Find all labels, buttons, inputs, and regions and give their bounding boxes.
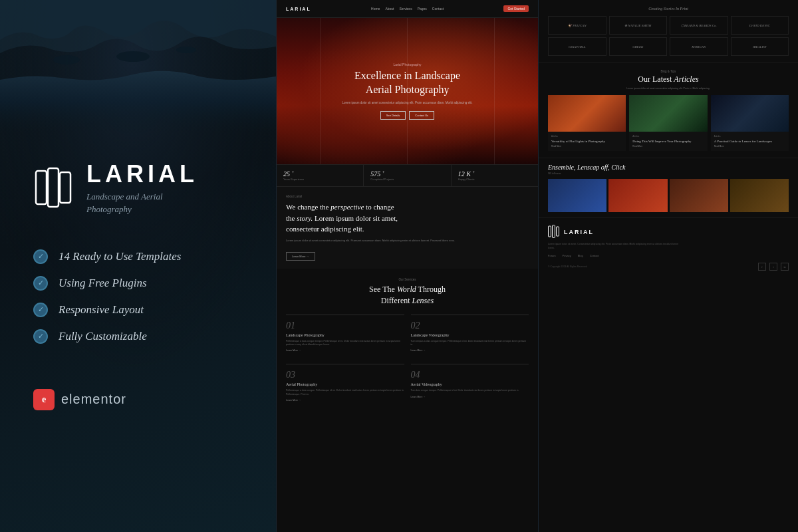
service-num-2: 02 [411, 321, 529, 331]
article-card-2: Articles Doing This Will Improve Your Ph… [629, 95, 707, 151]
svg-rect-5 [60, 172, 70, 203]
social-img-3 [670, 179, 728, 212]
check-icon-1 [33, 249, 48, 264]
social-img-4 [730, 179, 789, 212]
article-link-1[interactable]: Read More [551, 145, 622, 148]
article-link-2[interactable]: Read More [632, 145, 704, 148]
brand-greek: GREEK [609, 37, 668, 56]
right-panel: Creating Stories In Print 🦅 PELICAN ⊕ NA… [539, 0, 798, 532]
logo-text: LARIAL Landscape and AerialPhotography [86, 162, 198, 216]
hero-title: Excellence in LandscapeAerial Photograph… [342, 69, 472, 97]
services-grid: 01 Landscape Photography Pellentesque a … [286, 315, 529, 407]
footer-instagram-icon[interactable]: in [781, 263, 789, 271]
social-grid [548, 179, 789, 212]
service-link-2[interactable]: Learn More → [411, 349, 529, 352]
article-content-3: Articles A Practical Guide to Lenses for… [711, 132, 789, 151]
center-panel: LARIAL Home About Services Pages Contact… [276, 0, 539, 532]
svg-point-2 [53, 55, 80, 65]
features-list: 14 Ready to Use Templates Using Free Plu… [33, 249, 243, 356]
hero-btn-contact[interactable]: Contact Us [409, 111, 434, 120]
footer-copyright: © Copyright 2023 All Rights Reserved [548, 265, 587, 268]
social-section: Ensemble, Lenscap off, Click 965 followe… [539, 158, 798, 217]
footer-link-blog[interactable]: Blog [578, 254, 583, 257]
brand-morgan: MORGAN [670, 37, 728, 56]
footer-facebook-icon[interactable]: f [758, 263, 766, 271]
service-desc-1: Pellentesque a duis congue tempor. Pelle… [286, 340, 404, 347]
site-nav-logo: LARIAL [286, 7, 311, 11]
stat-label-3: Happy Clients [458, 178, 531, 181]
brand-irealist: IREALIST [731, 37, 789, 56]
footer-links: Forum Privacy Blog Contact [548, 254, 789, 257]
service-link-1[interactable]: Learn More → [286, 349, 404, 352]
service-name-2: Landscape Videography [411, 333, 529, 337]
articles-grid: Articles Versatility of Flat Lights in P… [548, 95, 789, 151]
social-followers: 965 followers [548, 172, 789, 175]
footer-logo: LARIAL [548, 225, 789, 239]
social-title: Ensemble, Lenscap off, Click [548, 164, 789, 171]
check-icon-3 [33, 303, 48, 317]
stat-num-1: 25 + [283, 170, 356, 178]
logo-title: LARIAL [86, 162, 198, 186]
brand-pelican: 🦅 PELICAN [548, 16, 606, 35]
social-img-1 [548, 179, 606, 212]
service-name-3: Aerial Photography [286, 382, 404, 386]
hero-text: Larial Photography Excellence in Landsca… [329, 56, 485, 126]
article-title-3: A Practical Guide to Lenses for Landscap… [714, 139, 785, 144]
article-link-3[interactable]: Read More [714, 145, 785, 148]
about-btn[interactable]: Learn More → [286, 252, 315, 261]
logo-subtitle: Landscape and AerialPhotography [86, 190, 198, 216]
articles-title: Our Latest Articles [548, 74, 789, 84]
article-img-1 [548, 95, 626, 132]
about-desc: Lorem ipsum dolor sit amet consectetur a… [286, 239, 529, 243]
article-cat-2: Articles [632, 135, 704, 138]
feature-1: 14 Ready to Use Templates [33, 249, 243, 264]
article-content-1: Articles Versatility of Flat Lights in P… [548, 132, 626, 151]
footer-link-privacy[interactable]: Privacy [563, 254, 571, 257]
about-title: We change the perspective to changethe s… [286, 201, 529, 235]
service-num-3: 03 [286, 370, 404, 380]
footer-link-forum[interactable]: Forum [548, 254, 556, 257]
footer-twitter-icon[interactable]: t [769, 263, 777, 271]
website-preview: LARIAL Home About Services Pages Contact… [277, 0, 538, 532]
site-nav-cta: Get Started [503, 5, 529, 12]
stat-experience: 25 + Years Experience [277, 165, 364, 186]
stat-label-1: Years Experience [283, 178, 356, 181]
article-card-3: Articles A Practical Guide to Lenses for… [711, 95, 789, 151]
svg-rect-3 [36, 171, 47, 204]
site-nav: LARIAL Home About Services Pages Contact… [277, 0, 538, 18]
about-small: About Larial [286, 195, 529, 198]
feature-3: Responsive Layout [33, 303, 243, 317]
footer-desc: Lorem ipsum dolor sit amet. Consectetur … [548, 243, 681, 250]
svg-rect-4 [48, 168, 59, 207]
hero-description: Lorem ipsum dolor sit amet consectetur a… [342, 101, 472, 106]
brands-title: Creating Stories In Print [548, 7, 789, 11]
svg-point-1 [176, 47, 196, 53]
service-item-3: 03 Aerial Photography Pellentesque a dui… [286, 364, 404, 407]
brand-logo: LARIAL Landscape and AerialPhotography [33, 162, 243, 216]
footer-link-contact[interactable]: Contact [590, 254, 599, 257]
footer-logo-icon [548, 225, 560, 239]
service-item-1: 01 Landscape Photography Pellentesque a … [286, 315, 404, 358]
footer-logo-text: LARIAL [564, 229, 594, 235]
hero-btn-details[interactable]: See Details [380, 111, 406, 120]
service-desc-2: Tum tempus a duis congue tempor. Pellent… [411, 340, 529, 347]
social-img-2 [608, 179, 667, 212]
svg-rect-6 [549, 226, 551, 237]
stat-label-2: Completed Projects [370, 178, 444, 181]
larial-logo-icon [33, 166, 73, 212]
about-section: About Larial We change the perspective t… [277, 187, 538, 269]
service-link-4[interactable]: Learn More → [411, 396, 529, 398]
svg-rect-7 [553, 225, 555, 238]
hero-buttons: See Details Contact Us [342, 111, 472, 120]
footer-bottom: © Copyright 2023 All Rights Reserved f t… [548, 263, 789, 271]
article-cat-1: Articles [551, 135, 622, 138]
top-decoration [0, 0, 276, 133]
stat-num-2: 575 + [370, 170, 444, 178]
elementor-badge: e elementor [33, 389, 243, 410]
service-item-4: 04 Aerial Videography Tum duis congue te… [411, 364, 529, 407]
service-link-3[interactable]: Learn More → [286, 399, 404, 402]
service-desc-4: Tum duis congue tempor. Pellentesque id … [411, 389, 529, 392]
article-title-1: Versatility of Flat Lights in Photograph… [551, 139, 622, 144]
elementor-label: elementor [61, 392, 126, 407]
service-name-1: Landscape Photography [286, 333, 404, 337]
